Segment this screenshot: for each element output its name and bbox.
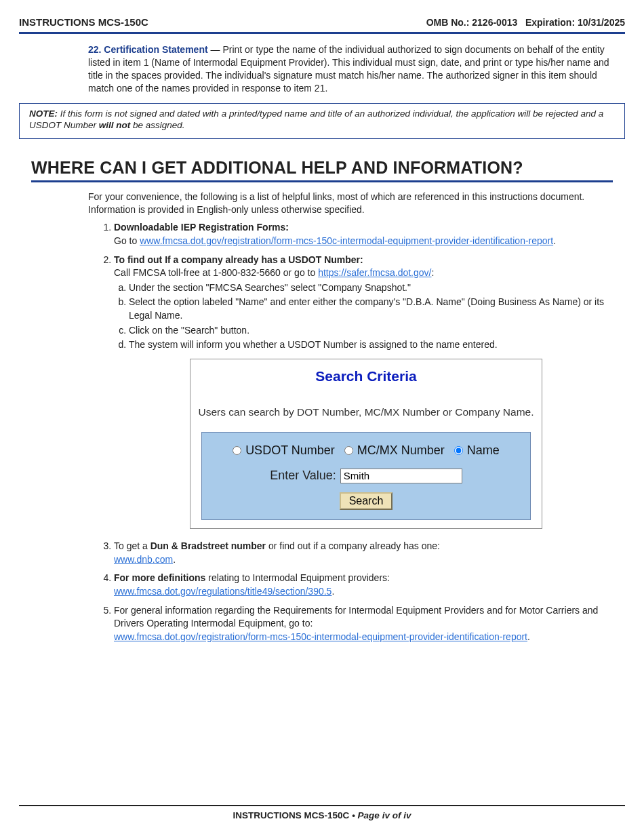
item2-sub-b: Select the option labeled "Name" and ent…: [129, 296, 618, 322]
item4-period: .: [331, 586, 334, 597]
item2-colon: :: [431, 267, 434, 278]
radio-mcmx[interactable]: [344, 446, 353, 455]
footer-title: INSTRUCTIONS MCS-150C: [233, 810, 350, 820]
list-item-5: For general information regarding the Re…: [114, 604, 618, 644]
search-criteria-card: Search Criteria Users can search by DOT …: [190, 359, 542, 529]
item3-link[interactable]: www.dnb.com: [114, 554, 173, 565]
certification-number: 22. Certification Statement: [88, 44, 208, 55]
item4-after: relating to Intermodal Equipment provide…: [205, 572, 390, 583]
expiration-date: Expiration: 10/31/2025: [525, 17, 625, 28]
certification-statement: 22. Certification Statement — Print or t…: [88, 43, 618, 95]
radio-usdot[interactable]: [233, 446, 241, 455]
item2-sub-a: Under the section "FMCSA Searches" selec…: [129, 281, 618, 295]
page-header: INSTRUCTIONS MCS-150C OMB No.: 2126-0013…: [19, 16, 625, 34]
item5-period: .: [527, 631, 530, 642]
certification-dash: —: [208, 44, 223, 55]
radio-usdot-label[interactable]: USDOT Number: [233, 442, 335, 459]
item3-period: .: [173, 554, 176, 565]
item1-period: .: [553, 235, 556, 246]
header-meta: OMB No.: 2126-0013 Expiration: 10/31/202…: [426, 17, 625, 28]
note-text-after: be assigned.: [130, 120, 184, 130]
radio-row: USDOT Number MC/MX Number Name: [212, 442, 521, 459]
radio-usdot-text: USDOT Number: [245, 442, 335, 459]
note-box: NOTE: If this form is not signed and dat…: [19, 103, 625, 139]
item5-text: For general information regarding the Re…: [114, 605, 598, 629]
enter-value-input[interactable]: [340, 469, 462, 483]
radio-mcmx-label[interactable]: MC/MX Number: [344, 442, 445, 459]
item4-link[interactable]: www.fmcsa.dot.gov/regulations/title49/se…: [114, 586, 331, 597]
list-item-4: For more definitions relating to Intermo…: [114, 572, 618, 598]
item4-bold: For more definitions: [114, 572, 205, 583]
radio-mcmx-text: MC/MX Number: [357, 442, 445, 459]
radio-name[interactable]: [454, 446, 463, 455]
item3-after: or find out if a company already has one…: [266, 540, 440, 551]
omb-number: OMB No.: 2126-0013: [426, 17, 518, 28]
search-description: Users can search by DOT Number, MC/MX Nu…: [195, 405, 538, 420]
footer-bullet: •: [349, 810, 357, 820]
header-title: INSTRUCTIONS MCS-150C: [19, 16, 148, 28]
radio-name-label[interactable]: Name: [454, 442, 500, 459]
list-item-3: To get a Dun & Bradstreet number or find…: [114, 540, 618, 566]
footer-page: Page iv of iv: [358, 810, 411, 820]
item2-sublist: Under the section "FMCSA Searches" selec…: [114, 281, 618, 352]
radio-name-text: Name: [467, 442, 500, 459]
note-label: NOTE:: [29, 108, 58, 119]
item1-lead: Downloadable IEP Registration Forms:: [114, 222, 289, 233]
section-title: WHERE CAN I GET ADDITIONAL HELP AND INFO…: [31, 158, 613, 182]
search-button[interactable]: Search: [340, 492, 393, 510]
item2-lead: To find out If a company already has a U…: [114, 254, 363, 265]
item2-call: Call FMCSA toll-free at 1-800-832-5660 o…: [114, 267, 318, 278]
item2-sub-d: The system will inform you whether a USD…: [129, 338, 618, 352]
item2-sub-c: Click on the "Search" button.: [129, 324, 618, 338]
page-footer: INSTRUCTIONS MCS-150C • Page iv of iv: [19, 805, 625, 820]
item1-link[interactable]: www.fmcsa.dot.gov/registration/form-mcs-…: [140, 235, 553, 246]
search-panel: USDOT Number MC/MX Number Name Enter Val…: [201, 432, 531, 520]
enter-value-label: Enter Value:: [270, 467, 336, 484]
item5-link[interactable]: www.fmcsa.dot.gov/registration/form-mcs-…: [114, 631, 527, 642]
enter-value-row: Enter Value:: [212, 467, 521, 484]
item3-before: To get a: [114, 540, 150, 551]
search-title: Search Criteria: [195, 366, 538, 386]
note-will-not: will not: [99, 120, 131, 130]
intro-paragraph: For your convenience, the following is a…: [88, 191, 618, 216]
item1-goto: Go to: [114, 235, 140, 246]
help-list: Downloadable IEP Registration Forms: Go …: [102, 221, 618, 643]
search-button-row: Search: [212, 492, 521, 510]
list-item-1: Downloadable IEP Registration Forms: Go …: [114, 221, 618, 247]
item3-bold: Dun & Bradstreet number: [150, 540, 266, 551]
list-item-2: To find out If a company already has a U…: [114, 254, 618, 530]
item2-link[interactable]: https://safer.fmcsa.dot.gov/: [318, 267, 431, 278]
